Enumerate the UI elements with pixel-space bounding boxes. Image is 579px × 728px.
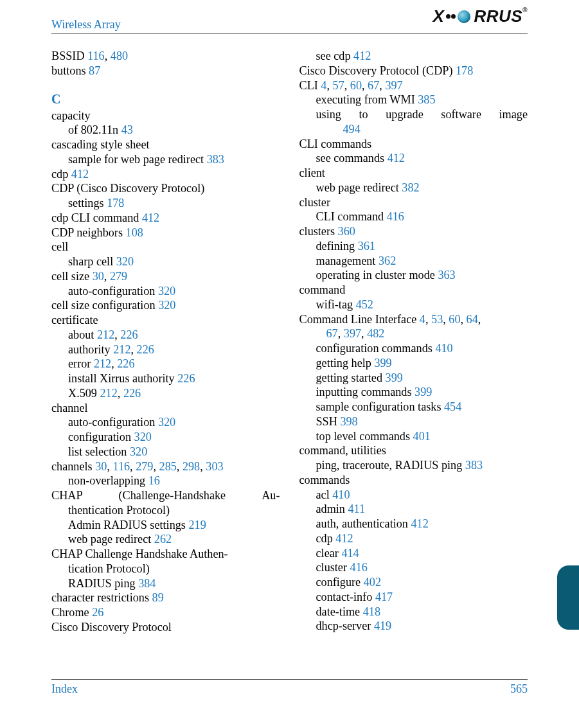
index-entry-continuation: tication Protocol) [51,562,280,576]
page-ref[interactable]: 320 [134,431,152,443]
page-ref[interactable]: 410 [332,488,350,501]
page-ref[interactable]: 416 [350,561,368,574]
page-ref[interactable]: 401 [413,430,431,443]
page-ref[interactable]: 412 [353,49,371,62]
page-ref[interactable]: 320 [158,416,175,429]
page-ref[interactable]: 30 [95,460,107,473]
page-ref[interactable]: 412 [142,211,159,224]
footer-section: Index [51,682,78,696]
page-ref[interactable]: 16 [148,474,160,487]
page-ref[interactable]: 398 [340,415,357,428]
page-ref[interactable]: 64 [467,313,478,326]
index-entry: cell size configuration 320 [51,298,280,313]
index-subentry: configure 402 [299,575,528,590]
page-ref[interactable]: 402 [364,576,381,589]
index-subentry: contact-info 417 [299,590,528,605]
page-ref[interactable]: 285 [159,460,177,473]
page-ref[interactable]: 43 [121,123,133,136]
page-ref[interactable]: 4 [420,313,425,326]
page-ref[interactable]: 60 [449,313,460,326]
page-ref[interactable]: 57 [333,79,344,92]
index-subentry: cdp 412 [299,531,528,546]
index-entry: Cisco Discovery Protocol [51,620,280,635]
page-ref[interactable]: 226 [123,387,141,400]
page-ref[interactable]: 60 [350,79,362,92]
page-ref[interactable]: 362 [379,254,396,267]
page-ref[interactable]: 116 [87,49,105,62]
page-ref[interactable]: 397 [385,79,402,92]
page-ref[interactable]: 320 [158,285,175,297]
page-ref[interactable]: 212 [113,343,130,356]
page-ref[interactable]: 4 [321,79,326,92]
page-ref[interactable]: 399 [386,371,403,384]
index-entry: character restrictions 89 [51,590,280,605]
page-ref[interactable]: 363 [438,269,455,281]
page-ref[interactable]: 482 [367,327,384,340]
page-ref[interactable]: 399 [414,386,432,398]
page-ref[interactable]: 279 [136,460,153,473]
page-ref[interactable]: 279 [110,270,127,283]
page-ref[interactable]: 53 [431,313,443,326]
page-ref[interactable]: 320 [130,445,147,458]
page-ref[interactable]: 385 [418,93,435,106]
page-ref[interactable]: 452 [356,298,373,311]
page-ref[interactable]: 298 [183,460,200,473]
page-ref[interactable]: 412 [335,532,353,545]
page-ref[interactable]: 178 [456,64,473,77]
page-ref[interactable]: 262 [154,533,172,546]
index-subentry: RADIUS ping 384 [51,576,280,591]
index-entry: buttons 87 [51,64,280,78]
index-columns: BSSID 116, 480 buttons 87 C capacity of … [51,49,528,635]
page-ref[interactable]: 419 [374,619,391,632]
page-ref[interactable]: 226 [137,343,154,356]
index-subentry: getting help 399 [299,356,528,371]
page-ref[interactable]: 303 [206,460,223,473]
page-ref[interactable]: 212 [94,357,111,370]
page-ref[interactable]: 382 [402,181,419,194]
page-ref[interactable]: 26 [92,606,103,619]
page-ref[interactable]: 480 [111,49,128,62]
page-ref[interactable]: 116 [112,460,130,473]
page-ref[interactable]: 418 [363,605,380,618]
page-ref[interactable]: 226 [120,328,138,341]
page-ref[interactable]: 412 [411,517,428,530]
page-ref[interactable]: 67 [368,79,379,92]
index-subentry: clear 414 [299,546,528,561]
page-ref[interactable]: 397 [344,327,361,340]
page-ref[interactable]: 87 [89,64,100,77]
page-ref[interactable]: 320 [158,299,175,312]
left-column: BSSID 116, 480 buttons 87 C capacity of … [51,49,280,635]
index-subentry: date-time 418 [299,605,528,619]
page-ref[interactable]: 414 [341,547,359,560]
index-subentry: configuration commands 410 [299,341,528,356]
page-ref[interactable]: 383 [207,153,224,166]
index-entry: command, utilities [299,443,528,458]
page-ref[interactable]: 361 [358,240,375,253]
index-subentry: sharp cell 320 [51,254,280,269]
page-ref[interactable]: 89 [152,591,164,604]
page-ref[interactable]: 410 [435,342,452,355]
page-ref[interactable]: 67 [326,327,338,340]
page-ref[interactable]: 226 [117,357,134,370]
page-ref[interactable]: 219 [188,519,206,531]
page-ref[interactable]: 108 [126,226,143,239]
page-ref[interactable]: 384 [138,577,156,590]
page-ref[interactable]: 416 [387,210,404,223]
page-ref[interactable]: 226 [177,372,195,385]
page-ref[interactable]: 383 [465,459,483,472]
page-ref[interactable]: 411 [348,502,366,515]
page-ref[interactable]: 399 [374,357,391,369]
page-ref[interactable]: 320 [116,255,134,268]
page-ref[interactable]: 212 [100,387,118,400]
index-subentry: management 362 [299,254,528,269]
page-ref[interactable]: 417 [375,590,393,603]
page-ref[interactable]: 494 [343,123,361,136]
index-entry: channels 30, 116, 279, 285, 298, 303 [51,459,280,474]
page-ref[interactable]: 178 [107,197,124,209]
page-ref[interactable]: 454 [444,400,461,413]
page-ref[interactable]: 30 [93,270,104,283]
page-ref[interactable]: 412 [387,152,405,164]
page-ref[interactable]: 412 [71,168,89,181]
page-ref[interactable]: 360 [338,225,355,238]
page-ref[interactable]: 212 [97,328,114,341]
